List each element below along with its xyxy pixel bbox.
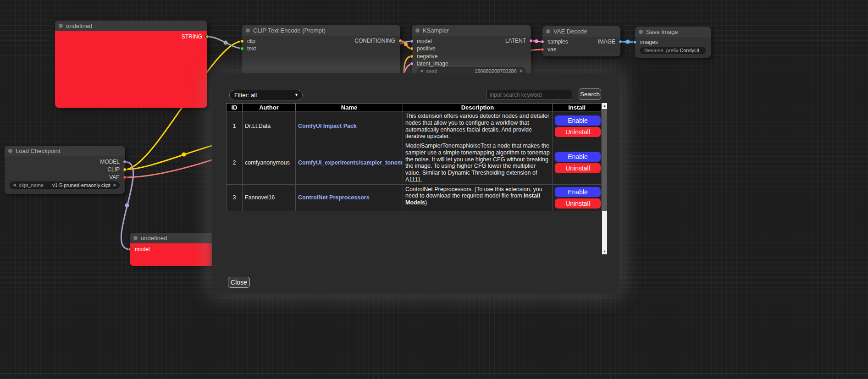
node-body: [55, 31, 207, 108]
widget-label: ckpt_name: [19, 182, 44, 188]
wire-midpoint-dot: [125, 203, 129, 208]
scrollbar-thumb[interactable]: [602, 109, 607, 211]
port-vae-input: vae: [542, 46, 620, 53]
cell-install: Enable Uninstall: [553, 184, 602, 211]
port-clip-output: CLIP: [5, 166, 125, 173]
node-undefined-top[interactable]: undefined STRING: [55, 21, 207, 108]
port-dot[interactable]: [205, 35, 209, 38]
port-label: positive: [417, 45, 436, 52]
extension-link[interactable]: ComfyUI Impact Pack: [298, 123, 357, 129]
column-header-name: Name: [296, 104, 403, 111]
collapse-dot[interactable]: [639, 30, 643, 34]
comfyui-canvas[interactable]: undefined STRING CLIP Text Encode (Promp…: [0, 0, 868, 379]
port-text-input: text: [242, 45, 400, 52]
ckpt-name-widget[interactable]: ◀ ckpt_name v1-5-pruned-emaonly.ckpt ▶: [10, 181, 120, 189]
node-title: CLIP Text Encode (Prompt): [253, 27, 326, 34]
port-dot[interactable]: [123, 176, 127, 179]
node-header[interactable]: Load Checkpoint: [5, 146, 125, 156]
wire-string-text: [207, 37, 244, 49]
scroll-down-icon[interactable]: ▼: [602, 249, 607, 254]
port-dot[interactable]: [128, 247, 132, 251]
port-dot[interactable]: [529, 39, 533, 43]
node-load-checkpoint[interactable]: Load Checkpoint MODEL CLIP VAE ◀ ckpt_na…: [5, 146, 125, 194]
node-header[interactable]: VAE Decode: [542, 26, 620, 37]
collapse-dot[interactable]: [133, 236, 138, 240]
node-header[interactable]: undefined: [130, 233, 221, 243]
port-label: vae: [547, 46, 556, 53]
scroll-up-icon[interactable]: ▲: [602, 103, 607, 109]
node-title: VAE Decode: [553, 28, 587, 35]
widget-decrement-icon[interactable]: ◀: [420, 69, 423, 73]
node-header[interactable]: KSampler: [412, 25, 531, 36]
port-dot[interactable]: [410, 62, 414, 66]
column-header-id: ID: [227, 104, 243, 111]
port-latent-image-input: latent_image: [412, 60, 531, 67]
enable-button[interactable]: Enable: [555, 187, 601, 197]
port-latent-output: LATENT: [412, 37, 531, 44]
collapse-dot[interactable]: [415, 28, 420, 33]
uninstall-button[interactable]: Uninstall: [555, 198, 601, 209]
port-label: VAE: [109, 174, 120, 181]
column-header-description: Description: [403, 104, 553, 111]
cell-install: Enable Uninstall: [553, 111, 602, 141]
port-label: STRING: [182, 33, 202, 40]
node-title: KSampler: [423, 27, 449, 34]
port-dot[interactable]: [619, 40, 622, 44]
port-dot[interactable]: [410, 55, 414, 58]
port-image-output: IMAGE: [542, 38, 620, 45]
node-title: Load Checkpoint: [16, 148, 61, 154]
cell-id: 3: [227, 184, 243, 211]
widget-next-icon[interactable]: ▶: [114, 183, 116, 187]
node-undefined-bottom[interactable]: undefined model: [130, 233, 221, 266]
port-dot[interactable]: [123, 168, 127, 171]
table-row: 2 comfyanonymous ComfyUI_experiments/sam…: [227, 141, 602, 185]
node-save-image[interactable]: Save Image images filename_prefix ComfyU…: [635, 27, 711, 58]
extension-link[interactable]: ComfyUI_experiments/sampler_tonemap: [298, 159, 403, 166]
table-row: 1 Dr.Lt.Data ComfyUI Impact Pack This ex…: [227, 111, 602, 141]
table-scrollbar[interactable]: ▲ ▼: [602, 103, 607, 254]
port-dot[interactable]: [398, 39, 402, 43]
node-vae-decode[interactable]: VAE Decode samples vae IMAGE: [542, 26, 620, 56]
port-dot[interactable]: [240, 47, 244, 50]
collapse-dot[interactable]: [546, 29, 550, 33]
filter-select[interactable]: Filter: all: [229, 90, 303, 100]
widget-increment-icon[interactable]: ▶: [520, 69, 523, 73]
port-label: images: [640, 39, 658, 45]
port-label: negative: [417, 53, 437, 60]
search-input[interactable]: [486, 90, 572, 99]
description-text: ControlNet Preprocessors. (To use this e…: [405, 186, 542, 199]
collapse-dot[interactable]: [8, 149, 12, 153]
cell-description: ModelSamplerTonemapNoiseTest a node that…: [403, 141, 553, 185]
filename-prefix-widget[interactable]: filename_prefix ComfyUI: [640, 47, 706, 54]
wire-midpoint-dot: [182, 153, 186, 157]
cell-description: This extension offers various detector n…: [403, 111, 553, 141]
uninstall-button[interactable]: Uninstall: [555, 127, 601, 137]
port-vae-output: VAE: [5, 174, 125, 181]
extensions-table: ID Author Name Description Install 1 Dr.…: [226, 103, 602, 211]
port-string-output: STRING: [55, 33, 207, 40]
uninstall-button[interactable]: Uninstall: [555, 163, 601, 173]
close-button[interactable]: Close: [228, 277, 250, 288]
enable-button[interactable]: Enable: [555, 152, 601, 162]
enable-button[interactable]: Enable: [555, 115, 601, 126]
wire-midpoint-dot: [404, 43, 408, 46]
canvas-axis-horizontal: [0, 374, 868, 374]
collapse-dot[interactable]: [246, 28, 250, 33]
port-dot[interactable]: [410, 47, 414, 50]
node-title: undefined: [141, 235, 167, 242]
collapse-dot[interactable]: [59, 24, 63, 28]
node-header[interactable]: Save Image: [635, 27, 711, 37]
node-header[interactable]: CLIP Text Encode (Prompt): [242, 25, 400, 36]
port-dot[interactable]: [123, 160, 127, 164]
search-button[interactable]: Search: [579, 88, 601, 100]
port-positive-input: positive: [412, 45, 531, 52]
custom-nodes-manager-dialog: Filter: all ▼ Search ID Author Name Desc…: [212, 73, 619, 293]
port-dot[interactable]: [541, 48, 544, 51]
cell-author: Fannovel16: [243, 184, 296, 211]
extension-link[interactable]: ControlNet Preprocessors: [298, 194, 370, 201]
port-dot[interactable]: [633, 40, 637, 44]
column-header-author: Author: [243, 104, 296, 111]
node-title: Save Image: [646, 28, 678, 35]
node-header[interactable]: undefined: [55, 21, 207, 31]
widget-prev-icon[interactable]: ◀: [13, 183, 16, 187]
